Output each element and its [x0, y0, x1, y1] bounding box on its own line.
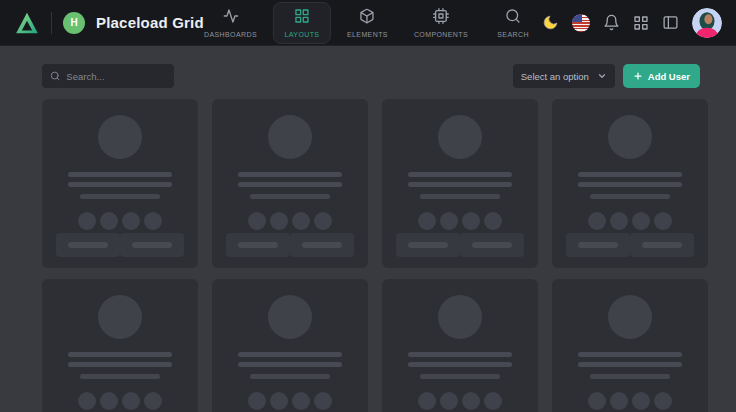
- placeholder-bar: [238, 172, 342, 177]
- app-badge: H: [63, 12, 85, 34]
- placeholder-button: [566, 233, 630, 257]
- add-user-button[interactable]: Add User: [623, 64, 700, 88]
- placeholder-dot: [122, 212, 140, 230]
- placeholder-text-lines: [68, 172, 172, 199]
- triangle-logo-icon: [14, 10, 40, 36]
- search-box: [42, 64, 174, 88]
- placeholder-button: [226, 233, 290, 257]
- nav-item-label: SEARCH: [497, 31, 529, 38]
- placeholder-dot-row: [588, 212, 672, 230]
- placeholder-text-lines: [238, 352, 342, 379]
- placeholder-avatar-circle: [438, 295, 482, 339]
- moon-icon: [542, 14, 559, 31]
- main-nav: DASHBOARDS LAYOUTS ELEMENTS COMPONENTS S…: [194, 0, 542, 46]
- navbar-actions: [542, 8, 722, 38]
- placeload-card: [552, 279, 708, 412]
- nav-item-layouts[interactable]: LAYOUTS: [273, 2, 331, 44]
- nav-item-elements[interactable]: ELEMENTS: [337, 2, 398, 44]
- placeholder-dot: [588, 392, 606, 410]
- apps-menu-button[interactable]: [633, 15, 649, 31]
- placeholder-button-row: [56, 233, 184, 257]
- placeholder-dot: [144, 212, 162, 230]
- placeholder-dot: [100, 212, 118, 230]
- placeholder-avatar-circle: [98, 115, 142, 159]
- notifications-button[interactable]: [603, 14, 620, 31]
- placeholder-dot: [100, 392, 118, 410]
- cpu-icon: [433, 8, 449, 28]
- search-input[interactable]: [66, 71, 166, 82]
- placeholder-dot-row: [588, 392, 672, 410]
- page-title: Placeload Grid: [96, 14, 204, 31]
- placeholder-bar: [250, 194, 330, 199]
- placeholder-dot: [122, 392, 140, 410]
- placeholder-dot: [632, 212, 650, 230]
- theme-toggle-button[interactable]: [542, 14, 559, 31]
- placeholder-bar: [68, 172, 172, 177]
- placeholder-bar: [408, 352, 512, 357]
- toolbar-actions: Select an option Add User: [513, 64, 700, 88]
- cards-grid: [42, 99, 700, 412]
- grid-icon: [294, 8, 310, 28]
- nav-item-components[interactable]: COMPONENTS: [404, 2, 478, 44]
- placeholder-button-row: [226, 233, 354, 257]
- select-value: Select an option: [521, 71, 597, 82]
- nav-item-search[interactable]: SEARCH: [484, 2, 542, 44]
- placeholder-dot-row: [248, 392, 332, 410]
- placeholder-dot: [144, 392, 162, 410]
- nav-item-dashboards[interactable]: DASHBOARDS: [194, 2, 267, 44]
- placeholder-button-row: [566, 233, 694, 257]
- placeload-card: [552, 99, 708, 268]
- placeholder-button-bar: [642, 242, 682, 248]
- placeholder-bar: [590, 374, 670, 379]
- nav-item-label: ELEMENTS: [347, 31, 388, 38]
- placeholder-dot: [270, 392, 288, 410]
- chevron-down-icon: [597, 71, 607, 81]
- placeholder-text-lines: [238, 172, 342, 199]
- placeholder-dot: [484, 392, 502, 410]
- avatar-illustration: [692, 8, 722, 38]
- placeholder-dot-row: [248, 212, 332, 230]
- placeholder-bar: [238, 362, 342, 367]
- search-icon: [50, 70, 60, 82]
- placeholder-dot: [314, 212, 332, 230]
- placeholder-text-lines: [578, 172, 682, 199]
- sidebar-toggle-button[interactable]: [662, 14, 679, 31]
- placeholder-dot: [440, 212, 458, 230]
- placeholder-bar: [578, 182, 682, 187]
- placeholder-bar: [578, 172, 682, 177]
- box-icon: [359, 8, 375, 28]
- placeload-card: [382, 99, 538, 268]
- apps-icon: [633, 15, 649, 31]
- placeholder-dot: [484, 212, 502, 230]
- placeholder-bar: [80, 374, 160, 379]
- placeholder-dot: [314, 392, 332, 410]
- placeholder-button-bar: [578, 242, 618, 248]
- placeholder-dot: [292, 392, 310, 410]
- placeholder-button: [460, 233, 524, 257]
- sidebar-toggle-icon: [662, 14, 679, 31]
- search-icon: [505, 8, 521, 28]
- placeholder-dot-row: [418, 392, 502, 410]
- placeholder-bar: [80, 194, 160, 199]
- placeholder-button-bar: [68, 242, 108, 248]
- activity-icon: [222, 8, 238, 28]
- language-selector-button[interactable]: [572, 14, 590, 32]
- user-avatar[interactable]: [692, 8, 722, 38]
- bell-icon: [603, 14, 620, 31]
- nav-item-label: COMPONENTS: [414, 31, 468, 38]
- placeholder-button-bar: [408, 242, 448, 248]
- placeholder-bar: [68, 362, 172, 367]
- toolbar: Select an option Add User: [42, 64, 700, 88]
- placeholder-avatar-circle: [608, 115, 652, 159]
- divider: [51, 12, 52, 34]
- placeholder-dot: [610, 392, 628, 410]
- placeholder-button-bar: [472, 242, 512, 248]
- placeholder-dot-row: [418, 212, 502, 230]
- placeholder-button-bar: [238, 242, 278, 248]
- placeholder-button: [396, 233, 460, 257]
- options-select[interactable]: Select an option: [513, 64, 615, 88]
- placeholder-bar: [250, 374, 330, 379]
- placeholder-dot: [588, 212, 606, 230]
- brand-logo[interactable]: [14, 10, 40, 36]
- placeholder-bar: [590, 194, 670, 199]
